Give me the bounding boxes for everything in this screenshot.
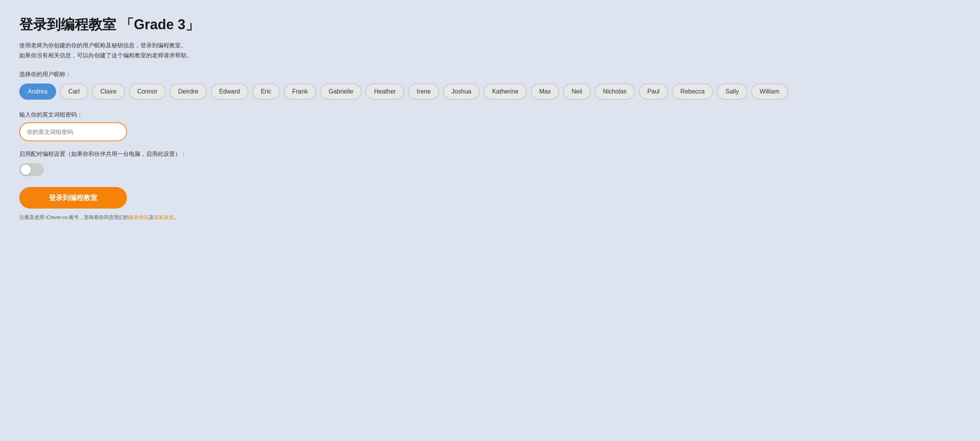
nickname-btn-william[interactable]: William xyxy=(751,84,788,100)
terms-privacy-link[interactable]: 隐私政策 xyxy=(154,214,174,220)
nickname-btn-edward[interactable]: Edward xyxy=(211,84,248,100)
pair-label: 启用配对编程设置（如果你和伙伴共用一台电脑，启用此设置）： xyxy=(19,150,961,158)
nickname-btn-joshua[interactable]: Joshua xyxy=(443,84,480,100)
nickname-btn-neil[interactable]: Neil xyxy=(563,84,591,100)
nickname-btn-deirdre[interactable]: Deirdre xyxy=(170,84,207,100)
nickname-grid: AndreaCarlClaireConnorDeirdreEdwardEricF… xyxy=(19,84,961,100)
nickname-btn-nicholas[interactable]: Nicholas xyxy=(595,84,635,100)
nickname-btn-rebecca[interactable]: Rebecca xyxy=(672,84,713,100)
login-button[interactable]: 登录到编程教室 xyxy=(19,187,127,209)
password-label: 输入你的英文词组密码： xyxy=(19,111,961,119)
nickname-btn-max[interactable]: Max xyxy=(531,84,559,100)
nickname-btn-eric[interactable]: Eric xyxy=(252,84,280,100)
password-input[interactable] xyxy=(19,122,127,141)
page-subtitle: 使用老师为你创建的你的用户昵称及秘钥信息，登录到编程教室。 如果你没有相关信息，… xyxy=(19,40,961,60)
toggle-slider xyxy=(19,163,44,176)
terms-text: 注册及使用 iClever.co 账号，意味着你同意我们的服务协议及隐私政策。 xyxy=(19,214,961,221)
pair-toggle[interactable] xyxy=(19,163,44,176)
nickname-btn-connor[interactable]: Connor xyxy=(129,84,166,100)
nickname-btn-andrea[interactable]: Andrea xyxy=(19,84,56,100)
nickname-btn-irene[interactable]: Irene xyxy=(408,84,439,100)
nickname-btn-sally[interactable]: Sally xyxy=(717,84,747,100)
page-title: 登录到编程教室 「Grade 3」 xyxy=(19,15,961,34)
nickname-btn-heather[interactable]: Heather xyxy=(365,84,404,100)
nickname-btn-gabrielle[interactable]: Gabrielle xyxy=(320,84,362,100)
nickname-btn-frank[interactable]: Frank xyxy=(284,84,317,100)
password-section: 输入你的英文词组密码： xyxy=(19,111,961,141)
pair-section: 启用配对编程设置（如果你和伙伴共用一台电脑，启用此设置）： xyxy=(19,150,961,176)
nickname-section-label: 选择你的用户昵称： xyxy=(19,71,961,78)
nickname-btn-katherine[interactable]: Katherine xyxy=(483,84,527,100)
terms-service-link[interactable]: 服务协议 xyxy=(129,214,149,220)
nickname-btn-paul[interactable]: Paul xyxy=(639,84,668,100)
nickname-btn-carl[interactable]: Carl xyxy=(60,84,88,100)
nickname-btn-claire[interactable]: Claire xyxy=(92,84,125,100)
